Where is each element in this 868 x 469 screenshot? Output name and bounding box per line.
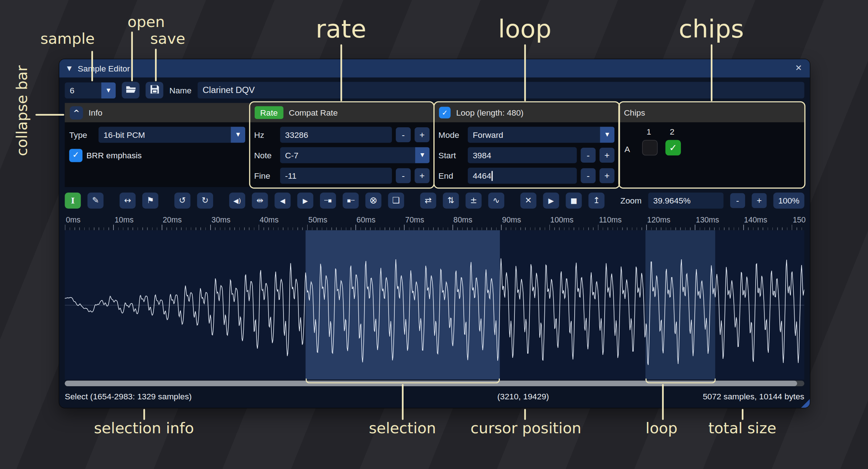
brr-emphasis-checkbox[interactable]: ✓	[69, 148, 82, 162]
hz-row: Hz 33286 - +	[254, 127, 429, 143]
note-dropdown[interactable]: C-7 ▼	[280, 147, 430, 163]
preview-stop-button[interactable]: ■	[566, 193, 582, 209]
open-annotation: open	[127, 13, 165, 30]
collapse-bar-annotation-line	[35, 114, 64, 116]
delete-button[interactable]: ⊗	[365, 193, 381, 209]
loop-enable-checkbox[interactable]: ✓	[439, 107, 451, 119]
zoom-reset-button[interactable]: 100%	[774, 193, 805, 209]
timeline-label: 20ms	[163, 215, 182, 224]
fine-increment-button[interactable]: +	[414, 168, 429, 183]
timeline-label: 80ms	[454, 215, 472, 224]
resize-button[interactable]: ↔	[120, 193, 136, 209]
titlebar[interactable]: ▼ Sample Editor ✕	[59, 59, 810, 77]
chips-panel: Chips 1 2 A ✓	[619, 103, 804, 187]
draw-tool-button[interactable]: ✎	[88, 193, 104, 209]
zoom-in-button[interactable]: +	[752, 193, 767, 208]
chevron-down-icon: ▼	[231, 127, 245, 143]
timeline-label: 60ms	[356, 215, 375, 224]
insert-silence-button[interactable]: ╌▪	[320, 193, 336, 209]
zoom-out-button[interactable]: -	[730, 193, 745, 208]
preview-play-button[interactable]: ▶	[543, 193, 559, 209]
waveform	[65, 230, 805, 380]
fine-input[interactable]: -11	[280, 168, 392, 184]
loop-end-decrement-button[interactable]: -	[581, 168, 596, 183]
hz-input[interactable]: 33286	[280, 127, 392, 143]
loop-end-input[interactable]: 4464	[468, 168, 577, 184]
close-icon[interactable]: ✕	[795, 64, 802, 73]
invert-button[interactable]: ⇅	[443, 193, 459, 209]
loop-start-input[interactable]: 3984	[468, 147, 577, 163]
window-collapse-icon[interactable]: ▼	[67, 65, 72, 71]
chips-panel-title: Chips	[624, 108, 645, 117]
type-dropdown[interactable]: 16-bit PCM ▼	[99, 127, 245, 143]
reverse-icon: ⇄	[425, 197, 432, 205]
fade-out-button[interactable]: ▶	[297, 193, 313, 209]
note-value: C-7	[280, 151, 415, 160]
status-bar: Select (1654-2983: 1329 samples) (3210, …	[59, 386, 810, 407]
name-input[interactable]: Clarinet DQV	[198, 82, 805, 99]
loop-start-increment-button[interactable]: +	[599, 148, 614, 163]
loop-start-label: Start	[439, 151, 464, 160]
timeline-ruler: 0ms 10ms 20ms 30ms 40ms 50ms 60ms 70ms 8…	[65, 215, 805, 230]
major-ticks	[65, 225, 805, 230]
fine-value: -11	[285, 171, 296, 181]
loop-end-increment-button[interactable]: +	[599, 168, 614, 183]
save-button[interactable]	[146, 82, 163, 99]
amplify-button[interactable]: ◀)	[229, 193, 245, 209]
crop-icon: ❏	[392, 197, 400, 205]
zoom-input[interactable]: 39.9645%	[648, 193, 724, 209]
sample-annotation-line	[91, 51, 93, 81]
chevron-down-icon[interactable]: ▼	[101, 82, 116, 98]
hz-increment-button[interactable]: +	[414, 127, 429, 142]
timeline-label: 130ms	[696, 215, 719, 224]
rate-annotation: rate	[316, 14, 366, 43]
loop-end-row: End 4464 - +	[439, 168, 614, 184]
crossfade-button[interactable]: ✕	[520, 193, 536, 209]
redo-button[interactable]: ↻	[197, 193, 213, 209]
normalize-button[interactable]: ⇹	[252, 193, 268, 209]
floppy-disk-icon	[150, 85, 159, 96]
select-tool-button[interactable]: I	[65, 193, 81, 209]
plus-minus-icon: ±	[470, 197, 477, 205]
upload-icon: ↥	[593, 197, 600, 205]
selection-info-annotation-line	[143, 409, 145, 420]
chevron-down-icon: ▼	[415, 147, 429, 163]
trim-button[interactable]: ❏	[388, 193, 404, 209]
undo-button[interactable]: ↺	[174, 193, 190, 209]
export-sample-button[interactable]: ↥	[589, 193, 605, 209]
resize-handle[interactable]	[801, 399, 810, 408]
timeline-label: 100ms	[550, 215, 574, 224]
info-panel: ^ Info Type 16-bit PCM ▼ ✓ BRR emphasis	[65, 103, 250, 187]
sample-number-dropdown[interactable]: 6 ▼	[65, 82, 116, 98]
sign-button[interactable]: ±	[466, 193, 482, 209]
stop-icon: ■	[570, 197, 577, 204]
open-annotation-line	[131, 31, 133, 81]
open-button[interactable]	[122, 82, 140, 99]
cursor-position-annotation: cursor position	[470, 419, 581, 437]
normalize-icon: ⇹	[256, 197, 263, 205]
sample-editor-window: ▼ Sample Editor ✕ 6 ▼ Name Clarinet DQV	[59, 59, 810, 408]
loop-bottom-annotation: loop	[645, 419, 678, 437]
loop-mode-dropdown[interactable]: Forward ▼	[468, 127, 614, 143]
fade-in-button[interactable]: ◀	[275, 193, 291, 209]
chip-a2-checkbox[interactable]: ✓	[666, 140, 681, 155]
timeline-label: 70ms	[405, 215, 424, 224]
rate-panel: Rate Compat Rate Hz 33286 - + Note C-7 ▼	[250, 103, 434, 187]
reverse-button[interactable]: ⇄	[420, 193, 436, 209]
rate-panel-title: Compat Rate	[289, 108, 338, 117]
hz-decrement-button[interactable]: -	[396, 127, 411, 142]
chip-column-1-label: 1	[647, 127, 651, 136]
waveform-view[interactable]	[65, 230, 805, 380]
rate-annotation-line	[340, 44, 342, 101]
chip-a1-checkbox[interactable]	[642, 140, 657, 155]
fine-decrement-button[interactable]: -	[396, 168, 411, 183]
collapse-info-button[interactable]: ^	[70, 106, 83, 119]
rate-button[interactable]: Rate	[255, 106, 283, 119]
filter-button[interactable]: ∿	[488, 193, 504, 209]
loop-start-decrement-button[interactable]: -	[581, 148, 596, 163]
apply-silence-button[interactable]: ▪╌	[343, 193, 359, 209]
folder-open-icon	[126, 85, 136, 95]
resample-button[interactable]: ⚑	[142, 193, 158, 209]
timeline-label: 150	[793, 215, 806, 224]
info-panel-header: ^ Info	[65, 103, 250, 122]
